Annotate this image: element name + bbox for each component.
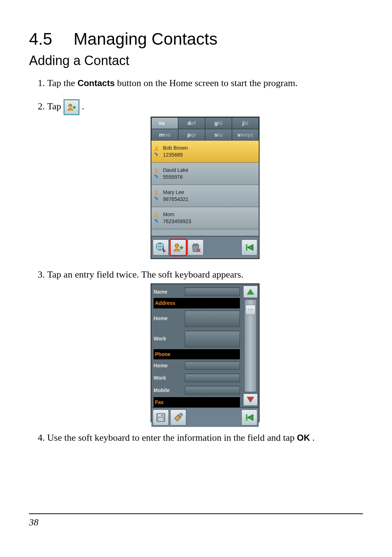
work-address-input[interactable] [185,331,240,347]
back-icon [244,412,255,423]
scroll-down-button[interactable] [243,393,258,406]
map-button[interactable] [153,239,169,255]
contact-number: 1235689 [163,152,188,158]
step-2-pre: Tap [47,101,64,112]
contact-row[interactable]: Bob Brown 1235689 [151,141,259,163]
back-button[interactable] [241,409,257,425]
alpha-tab-ghi[interactable]: ghi [205,117,232,129]
step-2-post: . [82,101,85,112]
section-address: Address [154,298,240,308]
edit-toolbar [151,407,259,427]
form-row-name: Name [154,286,242,298]
svg-point-3 [155,146,157,148]
svg-rect-10 [181,246,182,249]
add-contact-icon [173,242,184,253]
step-4-bold: OK [297,433,310,443]
contacts-screenshot: #abc def ghi jkl mno pqr stu vwxyz [151,117,260,259]
svg-rect-11 [193,244,198,245]
step-2: Tap . #abc def ghi [47,99,363,259]
scroll-thumb[interactable] [245,305,256,315]
edit-form: Name Address Home Work [151,284,242,407]
add-contact-button[interactable] [170,239,186,255]
subsection-heading: Adding a Contact [29,53,363,68]
contacts-list: Bob Brown 1235689 David Lake 555 [151,141,259,236]
back-icon [244,242,255,253]
person-icon [154,190,159,195]
step-4: Use the soft keyboard to enter the infor… [47,430,363,445]
scroll-up-icon [246,288,254,295]
phone-icon [154,152,159,158]
section-title-text: Managing Contacts [74,29,217,48]
field-label: Work [154,335,183,343]
scroll-track[interactable] [244,299,257,392]
step-4-post: . [313,432,315,443]
section-phone: Phone [154,349,240,359]
contact-name: David Lake [163,167,188,174]
person-icon [154,145,159,151]
contact-name: Mary Lee [163,189,188,196]
person-icon [154,167,159,173]
step-1-pre: Tap the [47,78,77,88]
svg-rect-16 [158,414,164,417]
back-button[interactable] [241,239,257,255]
work-phone-input[interactable] [185,374,240,382]
clear-icon [173,412,184,423]
alpha-tab-def[interactable]: def [178,117,205,129]
contact-number: 5559976 [163,174,188,181]
alpha-tab-mno[interactable]: mno [151,129,178,141]
field-label: Work [154,374,183,382]
person-icon [154,212,159,218]
save-button[interactable] [153,409,169,425]
form-row-home-address: Home [154,308,242,329]
steps-list: Tap the Contacts button on the Home scre… [29,76,363,445]
step-3: Tap an entry field twice. The soft keybo… [47,267,363,423]
section-heading: 4.5 Managing Contacts [29,29,363,49]
phone-icon [154,218,159,224]
field-label: Mobile [154,386,183,394]
home-phone-input[interactable] [185,361,240,370]
alpha-tab-abc[interactable]: #abc [151,117,178,129]
phone-icon [154,174,159,180]
toolbar-spacer [205,239,240,255]
delete-contact-button[interactable] [188,239,204,255]
form-row-home-phone: Home [154,359,242,372]
contact-row[interactable]: Mary Lee 987654321 [151,185,259,207]
delete-icon [190,242,201,253]
toolbar-spacer [188,409,240,425]
alpha-tab-jkl[interactable]: jkl [232,117,259,129]
section-fax: Fax [154,397,240,407]
field-label: Home [154,362,183,370]
svg-point-0 [69,104,72,107]
form-row-work-phone: Work [154,372,242,384]
page-number: 38 [29,517,38,528]
phone-icon [154,196,159,202]
field-label: Name [154,288,183,296]
svg-point-5 [155,190,157,192]
contact-row[interactable]: Mom 7623459923 [151,207,259,229]
alpha-tab-vwxyz[interactable]: vwxyz [232,129,259,141]
name-input[interactable] [185,287,240,296]
contact-name: Bob Brown [163,145,188,152]
form-row-work-address: Work [154,329,242,349]
alpha-tab-pqr[interactable]: pqr [178,129,205,141]
edit-contact-screenshot: Name Address Home Work [151,283,260,422]
alpha-tab-stu[interactable]: stu [205,129,232,141]
contact-number: 987654321 [163,196,188,203]
svg-rect-18 [161,415,163,416]
svg-point-8 [175,244,179,247]
contacts-toolbar [151,236,259,258]
home-address-input[interactable] [185,310,240,327]
scroll-up-button[interactable] [243,286,258,298]
add-contact-icon [67,102,76,112]
scroll-down-icon [246,396,254,403]
scrollbar [242,284,259,407]
page-footer: 38 [29,513,363,528]
contact-row[interactable]: David Lake 5559976 [151,163,259,185]
mobile-phone-input[interactable] [185,386,240,395]
clear-button[interactable] [170,409,186,425]
manual-page: 4.5 Managing Contacts Adding a Contact T… [0,0,392,557]
step-1-bold: Contacts [77,78,115,88]
contact-number: 7623459923 [163,218,191,225]
step-3-text: Tap an entry field twice. The soft keybo… [47,269,244,280]
form-row-mobile-phone: Mobile [154,384,242,396]
